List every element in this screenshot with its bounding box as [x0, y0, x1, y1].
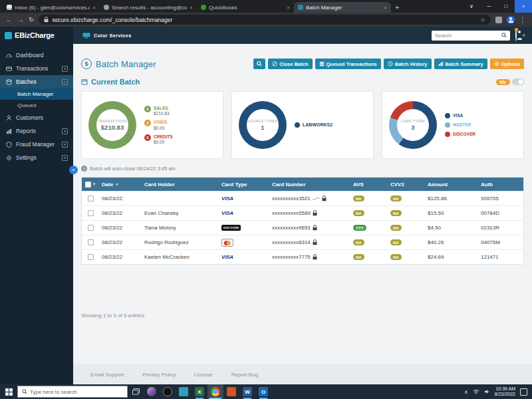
tray-chevron-icon[interactable]: ∧ — [464, 389, 468, 395]
sidebar-item-fraud-manager[interactable]: Fraud Manager + — [0, 138, 73, 151]
card-logo: VISA — [221, 196, 233, 201]
footer-link-privacy-policy[interactable]: Privacy Policy — [142, 372, 176, 378]
taskbar-search-input[interactable] — [30, 389, 123, 395]
forward-icon[interactable]: → — [17, 17, 24, 23]
bar-chart-icon — [438, 61, 444, 66]
cell-card-holder: Kaelen McCracken — [142, 254, 219, 260]
sidebar-item-dashboard[interactable]: Dashboard — [0, 49, 73, 62]
select-dropdown-caret-icon[interactable]: ▼ — [92, 182, 96, 186]
tab-close-icon[interactable]: × — [92, 5, 96, 11]
footer-link-license[interactable]: License — [194, 372, 213, 378]
bookmark-star-icon[interactable]: ☆ — [480, 17, 485, 23]
extensions-icon[interactable] — [495, 17, 502, 23]
column-header-card-type[interactable]: Card Type — [219, 182, 269, 188]
batch-history-button[interactable]: Batch History — [384, 59, 432, 69]
sidebar-item-reports[interactable]: Reports + — [0, 124, 73, 138]
sidebar-item-batches[interactable]: Batches − — [0, 75, 73, 88]
sidebar-item-batch-manager[interactable]: Batch Manager — [0, 88, 73, 100]
sidebar-item-customers[interactable]: Customers — [0, 111, 73, 124]
sidebar-item-settings[interactable]: Settings + — [0, 151, 73, 164]
browser-profile-avatar[interactable] — [507, 16, 515, 24]
refresh-icon[interactable]: ↻ — [29, 17, 34, 23]
taskbar-search[interactable] — [17, 386, 128, 398]
taskbar-app-chrome[interactable] — [207, 384, 223, 399]
tab-inbox[interactable]: Inbox (6) - glen@colorservices.c × — [3, 2, 100, 13]
lock-icon — [313, 210, 317, 216]
site-search-input[interactable] — [435, 33, 499, 39]
expand-icon[interactable]: + — [62, 128, 68, 134]
footer-link-email-support[interactable]: Email Support — [90, 372, 124, 378]
tab-batch-manager[interactable]: Batch Manager × — [294, 2, 391, 13]
column-header-cvv2[interactable]: CVV2 — [388, 182, 425, 188]
expand-icon[interactable]: + — [62, 66, 68, 72]
column-header-card-number[interactable]: Card Number — [269, 182, 350, 188]
chrome-icon — [211, 387, 220, 396]
ebizcharge-logo[interactable]: EBizCharge — [0, 27, 73, 44]
search-icon[interactable] — [501, 33, 507, 38]
site-header-right: ∨ — [432, 29, 532, 41]
user-menu-caret-icon[interactable]: ∨ — [522, 33, 525, 38]
expand-icon[interactable]: + — [62, 155, 68, 161]
browser-menu-icon[interactable]: ⋮ — [519, 17, 526, 23]
row-checkbox[interactable] — [88, 196, 94, 201]
url-field[interactable]: secure.ebizcharge.com/_console/batchmana… — [39, 15, 491, 25]
taskbar-app-excel[interactable] — [192, 384, 207, 399]
tab-quickbooks[interactable]: QuickBooks × — [197, 2, 294, 13]
options-button[interactable]: Options — [490, 59, 524, 69]
tab-search-caret-icon[interactable]: ∨ — [463, 0, 480, 13]
row-checkbox[interactable] — [88, 210, 94, 216]
table-row[interactable]: 08/23/22 Rodrigo Rodriguez xxxxxxxxxx831… — [82, 235, 523, 249]
queued-transactions-button[interactable]: Queued Transactions — [315, 59, 381, 69]
taskbar-app-paint[interactable] — [223, 384, 239, 399]
window-maximize-button[interactable]: □ — [497, 0, 515, 13]
batch-summary-button[interactable]: Batch Summary — [434, 59, 487, 69]
sidebar-item-queued[interactable]: Queued — [0, 100, 73, 111]
search-button[interactable] — [253, 59, 265, 69]
wifi-icon[interactable] — [473, 389, 479, 394]
user-menu[interactable] — [515, 29, 517, 41]
taskbar-app-media[interactable] — [160, 384, 176, 399]
taskbar-app-word[interactable] — [239, 384, 255, 399]
row-checkbox[interactable] — [88, 254, 94, 260]
new-tab-button[interactable]: + — [395, 3, 399, 11]
table-row[interactable]: 08/23/22 Kaelen McCracken VISA xxxxxxxxx… — [82, 249, 523, 264]
view-toggle-switch[interactable] — [512, 78, 524, 85]
select-all-checkbox[interactable] — [85, 182, 91, 188]
sidebar-item-transactions[interactable]: Transactions + — [0, 62, 73, 75]
volume-icon[interactable] — [484, 389, 490, 394]
window-close-button[interactable]: × — [515, 0, 532, 13]
column-header-date[interactable]: Date▼ — [99, 182, 142, 188]
action-center-icon[interactable] — [520, 388, 527, 396]
start-button[interactable] — [0, 384, 17, 399]
taskbar-app-outlook[interactable] — [255, 384, 271, 399]
column-header-amount[interactable]: Amount — [425, 182, 478, 188]
donut-center: CARD TYPES 3 — [397, 109, 429, 141]
sidebar-collapse-button[interactable]: « — [69, 166, 78, 174]
close-batch-button[interactable]: Close Batch — [268, 59, 312, 69]
table-row[interactable]: 08/23/22 Evan Chansky VISA xxxxxxxxxx558… — [82, 205, 523, 220]
donut-value: 1 — [261, 124, 264, 131]
tab-search-results[interactable]: Search results - accounting@col × — [100, 2, 197, 13]
tab-close-icon[interactable]: × — [190, 5, 193, 11]
footer-link-report-bug[interactable]: Report Bug — [231, 372, 258, 378]
tab-close-icon[interactable]: × — [287, 5, 290, 11]
table-row[interactable]: 08/23/22 VISA xxxxxxxxxx3521 NA NA $125.… — [82, 191, 523, 205]
tab-close-icon[interactable]: × — [384, 5, 387, 11]
taskbar-clock[interactable]: 10:39 AM 8/23/2022 — [495, 386, 515, 398]
window-minimize-button[interactable]: ─ — [480, 0, 497, 13]
site-search-box[interactable] — [432, 31, 510, 41]
table-row[interactable]: 08/23/22 Tiana Molony DISCOVER xxxxxxxxx… — [82, 220, 523, 235]
row-checkbox[interactable] — [88, 225, 94, 231]
column-header-card-holder[interactable]: Card Holder — [142, 182, 219, 188]
column-header-avs[interactable]: AVS — [350, 182, 388, 188]
taskbar-app-teams[interactable] — [176, 384, 192, 399]
app-body: Dashboard Transactions + Batches − Batch… — [0, 44, 532, 384]
expand-icon[interactable]: + — [62, 142, 68, 148]
back-icon[interactable]: ← — [6, 17, 13, 23]
task-view-button[interactable] — [128, 384, 144, 399]
taskbar-app-photos[interactable] — [144, 384, 160, 399]
ebizcharge-logo-icon — [5, 32, 12, 39]
row-checkbox[interactable] — [88, 239, 94, 245]
collapse-section-icon[interactable]: − — [62, 79, 68, 85]
column-header-auth[interactable]: Auth — [478, 182, 523, 188]
